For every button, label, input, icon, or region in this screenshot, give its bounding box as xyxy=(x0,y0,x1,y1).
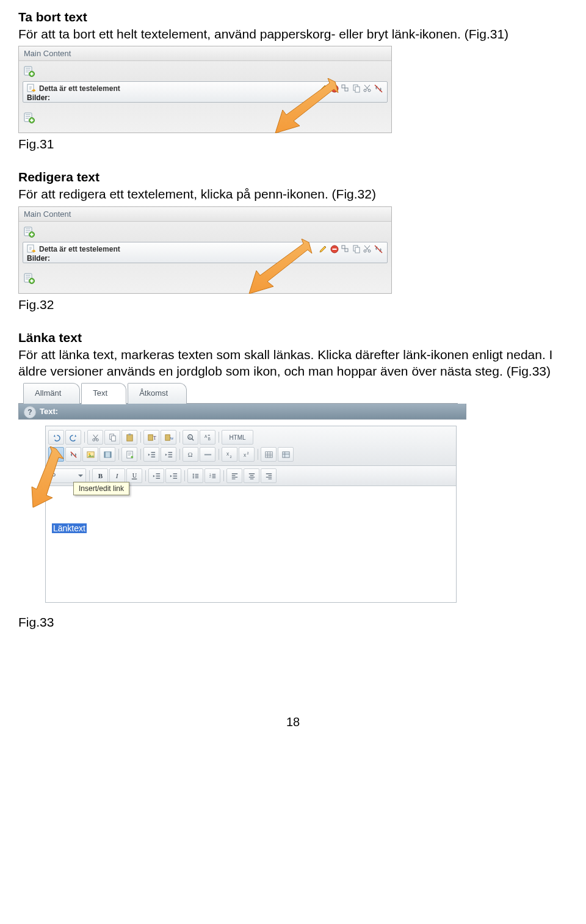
format-value: P xyxy=(51,472,56,479)
trash-icon[interactable] xyxy=(330,84,339,93)
ol-icon[interactable]: 12 xyxy=(204,468,220,483)
svg-text:A: A xyxy=(204,434,207,438)
html-button[interactable]: HTML xyxy=(222,430,253,445)
toolbar-separator xyxy=(222,469,225,482)
help-icon[interactable]: ? xyxy=(24,406,36,418)
outdent2-icon[interactable] xyxy=(148,468,164,483)
svg-rect-1 xyxy=(26,68,31,69)
table-props-icon[interactable] xyxy=(278,447,294,462)
scissors-icon[interactable] xyxy=(363,244,372,254)
copy2-icon[interactable] xyxy=(104,430,120,445)
add-element-icon[interactable] xyxy=(24,66,35,77)
svg-text:Ω: Ω xyxy=(187,451,192,458)
char-icon[interactable]: Ω xyxy=(183,447,198,462)
unlink-icon[interactable] xyxy=(374,84,383,93)
svg-rect-27 xyxy=(26,232,29,233)
trash-icon[interactable] xyxy=(330,244,339,254)
table-icon[interactable] xyxy=(261,447,277,462)
pencil-icon[interactable] xyxy=(319,84,328,93)
tab-access[interactable]: Åtkomst xyxy=(128,383,187,404)
svg-rect-25 xyxy=(26,228,31,230)
section-body-remove: För att ta bort ett helt textelement, an… xyxy=(18,26,568,42)
page-icon[interactable] xyxy=(121,447,137,462)
sub-icon[interactable]: x2 xyxy=(222,447,237,462)
figure-caption-32: Fig.32 xyxy=(18,297,568,312)
sup-icon[interactable]: x2 xyxy=(239,447,255,462)
pin-icon[interactable] xyxy=(341,84,350,93)
row-tool-icons xyxy=(319,84,383,93)
section-bar-label: Text: xyxy=(40,407,58,416)
scissors-icon[interactable] xyxy=(363,84,372,93)
image-icon[interactable] xyxy=(82,447,98,462)
redo-icon[interactable] xyxy=(65,430,81,445)
indent-icon[interactable] xyxy=(161,447,176,462)
cut-icon[interactable] xyxy=(87,430,103,445)
add-element-icon[interactable] xyxy=(24,273,35,284)
align-left-icon[interactable] xyxy=(226,468,242,483)
underline-icon[interactable]: U xyxy=(126,468,142,483)
pencil-icon[interactable] xyxy=(319,244,328,254)
align-center-icon[interactable] xyxy=(244,468,259,483)
svg-point-82 xyxy=(192,475,194,476)
toolbar-separator xyxy=(82,431,86,444)
add-element-icon[interactable] xyxy=(24,227,35,238)
link-icon[interactable] xyxy=(48,447,64,462)
section-title-edit: Redigera text xyxy=(18,170,568,184)
find-icon[interactable]: A xyxy=(183,430,198,445)
svg-rect-54 xyxy=(148,435,153,440)
section-title-link: Länka text xyxy=(18,330,568,345)
align-right-icon[interactable] xyxy=(261,468,277,483)
replace-icon[interactable]: AB xyxy=(200,430,215,445)
svg-text:I: I xyxy=(115,472,118,479)
svg-rect-65 xyxy=(104,452,105,457)
svg-text:B: B xyxy=(208,437,211,441)
bold-icon[interactable]: B xyxy=(92,468,108,483)
format-bar: P B I U 12 Insert/edit link xyxy=(46,466,456,486)
hr-icon[interactable] xyxy=(200,447,215,462)
svg-rect-22 xyxy=(31,120,34,121)
svg-rect-46 xyxy=(31,280,34,282)
rich-text-editor: Allmänt Text Åtkomst ? Text: T W xyxy=(18,383,458,603)
unlink-icon[interactable] xyxy=(374,244,383,254)
tab-general[interactable]: Allmänt xyxy=(23,383,80,404)
document-with-arrow-icon xyxy=(27,84,37,93)
toolbar-separator xyxy=(256,448,259,461)
editor-canvas[interactable]: Länktext xyxy=(46,486,456,602)
outdent-icon[interactable] xyxy=(143,447,159,462)
section-title-remove: Ta bort text xyxy=(18,10,568,24)
add-element-icon[interactable] xyxy=(24,112,35,123)
row-tool-icons xyxy=(319,244,383,254)
svg-rect-66 xyxy=(110,452,111,457)
tab-text[interactable]: Text xyxy=(81,383,126,404)
cms-panel-fig32: Main Content Detta är ett testelement xyxy=(18,206,392,294)
toolbar-separator xyxy=(217,448,220,461)
element-label: Detta är ett testelement xyxy=(39,84,120,93)
svg-text:x: x xyxy=(226,451,229,457)
svg-rect-2 xyxy=(26,70,31,71)
content-element-row: Detta är ett testelement Bilder: xyxy=(23,242,388,263)
unlink2-icon[interactable] xyxy=(65,447,81,462)
pin-icon[interactable] xyxy=(341,244,350,254)
format-dropdown[interactable]: P xyxy=(48,468,86,483)
document-with-arrow-icon xyxy=(27,244,37,254)
editor-frame: T W A AB HTML xyxy=(45,426,457,603)
ul-icon[interactable] xyxy=(187,468,203,483)
paste-word-icon[interactable]: W xyxy=(161,430,176,445)
paste-text-icon[interactable]: T xyxy=(143,430,159,445)
svg-rect-35 xyxy=(345,249,348,252)
italic-icon[interactable]: I xyxy=(109,468,125,483)
cms-panel-fig31: Main Content Detta är ett testelement xyxy=(18,46,392,133)
paste-icon[interactable] xyxy=(121,430,137,445)
svg-rect-6 xyxy=(31,73,34,75)
indent2-icon[interactable] xyxy=(165,468,181,483)
svg-rect-41 xyxy=(26,275,31,276)
svg-point-68 xyxy=(131,456,133,458)
undo-icon[interactable] xyxy=(48,430,64,445)
copy-icon[interactable] xyxy=(352,84,361,93)
copy-icon[interactable] xyxy=(352,244,361,254)
cms-panel-header: Main Content xyxy=(19,207,391,222)
media-icon[interactable] xyxy=(99,447,115,462)
svg-rect-17 xyxy=(26,114,31,115)
page-number: 18 xyxy=(18,715,568,729)
svg-text:U: U xyxy=(132,472,137,479)
